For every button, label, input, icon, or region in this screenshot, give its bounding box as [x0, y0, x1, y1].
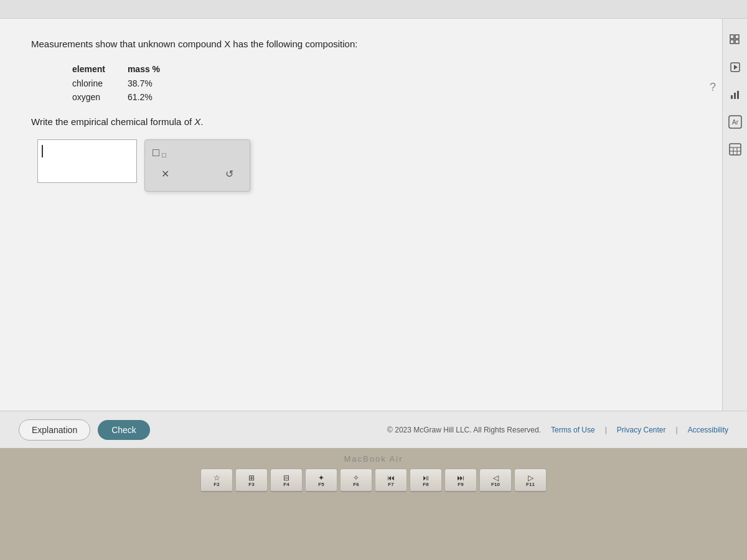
key-f3-label: F3 [248, 482, 254, 487]
col-mass: mass % [124, 62, 179, 77]
clear-button[interactable]: ✕ [157, 167, 173, 181]
table-icon[interactable] [726, 141, 744, 158]
chart-icon[interactable] [726, 86, 744, 103]
accessibility-link[interactable]: Accessibility [688, 426, 728, 434]
svg-rect-6 [731, 95, 733, 99]
element-oxygen: oxygen [68, 90, 124, 104]
key-f5[interactable]: ✦ F5 [305, 469, 337, 492]
key-f11-icon: ▷ [528, 474, 533, 482]
macbook-label: MacBook Air [344, 454, 403, 464]
privacy-link[interactable]: Privacy Center [617, 426, 666, 434]
key-f8-icon: ⏯ [422, 474, 430, 482]
key-f6-icon: ✧ [353, 474, 359, 482]
element-chlorine: chlorine [68, 77, 124, 90]
composition-table: element mass % chlorine 38.7% oxygen 61.… [68, 62, 179, 104]
key-f10-label: F10 [491, 482, 500, 487]
subscript-actions: ✕ ↺ [153, 164, 242, 184]
key-f6-label: F6 [353, 482, 359, 487]
col-element: element [68, 62, 124, 77]
key-f7-label: F7 [388, 482, 393, 487]
main-content: Measurements show that unknown compound … [0, 0, 747, 448]
copyright-text: © 2023 McGraw Hill LLC. All Rights Reser… [387, 426, 541, 434]
key-f8[interactable]: ⏯ F8 [410, 469, 442, 492]
formula-cursor [42, 145, 43, 157]
table-row: chlorine 38.7% [68, 77, 179, 90]
key-f7[interactable]: ⏮ F7 [375, 469, 407, 492]
terms-link[interactable]: Terms of Use [551, 426, 595, 434]
key-f2-label: F2 [214, 482, 219, 487]
key-f4-label: F4 [283, 482, 289, 487]
key-f4[interactable]: ⊟ F4 [270, 469, 303, 492]
subscript-small-icon: □ [162, 151, 166, 159]
question-area: Measurements show that unknown compound … [0, 19, 747, 411]
key-f8-label: F8 [423, 482, 428, 487]
table-row: oxygen 61.2% [68, 90, 179, 104]
undo-button[interactable]: ↺ [222, 167, 237, 181]
subscript-top: □ □ [153, 146, 242, 159]
mass-oxygen: 61.2% [124, 90, 179, 104]
separator-1: | [605, 426, 607, 434]
key-f3[interactable]: ⊞ F3 [235, 469, 268, 492]
svg-rect-0 [730, 35, 734, 39]
write-instruction: Write the empirical chemical formula of … [31, 116, 716, 127]
key-f9-icon: ⏭ [457, 474, 464, 482]
bottom-bar: Explanation Check © 2023 McGraw Hill LLC… [0, 411, 747, 448]
key-f10[interactable]: ◁ F10 [479, 469, 512, 492]
svg-rect-11 [730, 144, 741, 155]
grid-icon[interactable] [726, 31, 744, 49]
key-f10-icon: ◁ [493, 474, 499, 482]
top-bar [0, 0, 747, 19]
subscript-main-icon: □ [153, 146, 159, 159]
key-f5-icon: ✦ [318, 474, 324, 482]
key-f9[interactable]: ⏭ F9 [444, 469, 477, 492]
svg-rect-1 [735, 35, 739, 39]
svg-rect-2 [730, 40, 734, 44]
mass-chlorine: 38.7% [124, 77, 179, 90]
key-f11-label: F11 [526, 482, 535, 487]
formula-area: □ □ ✕ ↺ [37, 139, 716, 192]
formula-input-box[interactable] [37, 139, 137, 183]
key-f2[interactable]: ☆ F2 [200, 469, 233, 492]
key-f6[interactable]: ✧ F6 [340, 469, 372, 492]
intro-text: Measurements show that unknown compound … [31, 39, 357, 49]
svg-rect-8 [737, 91, 739, 99]
separator-2: | [676, 426, 678, 434]
keyboard-area: MacBook Air ☆ F2 ⊞ F3 ⊟ F4 ✦ F5 ✧ F6 ⏮ F… [0, 448, 747, 560]
question-mark-icon[interactable]: ? [710, 81, 716, 94]
check-button[interactable]: Check [98, 420, 150, 440]
key-f4-icon: ⊟ [283, 474, 289, 482]
footer-links: © 2023 McGraw Hill LLC. All Rights Reser… [387, 426, 728, 434]
svg-text:Ar: Ar [732, 119, 739, 126]
key-f3-icon: ⊞ [248, 474, 255, 482]
svg-marker-5 [734, 65, 738, 70]
right-panel: Ar [722, 19, 747, 411]
key-f9-label: F9 [458, 482, 463, 487]
explanation-button[interactable]: Explanation [19, 419, 90, 441]
subscript-panel: □ □ ✕ ↺ [144, 139, 250, 192]
key-f2-icon: ☆ [214, 474, 220, 482]
function-key-row: ☆ F2 ⊞ F3 ⊟ F4 ✦ F5 ✧ F6 ⏮ F7 ⏯ F8 ⏭ F9 [200, 469, 547, 492]
key-f7-icon: ⏮ [387, 474, 395, 482]
key-f11[interactable]: ▷ F11 [514, 469, 547, 492]
key-f5-label: F5 [318, 482, 324, 487]
play-icon[interactable] [726, 58, 744, 76]
ar-icon[interactable]: Ar [726, 113, 744, 131]
problem-intro: Measurements show that unknown compound … [31, 37, 716, 52]
svg-rect-7 [734, 93, 736, 99]
svg-rect-3 [735, 40, 739, 44]
